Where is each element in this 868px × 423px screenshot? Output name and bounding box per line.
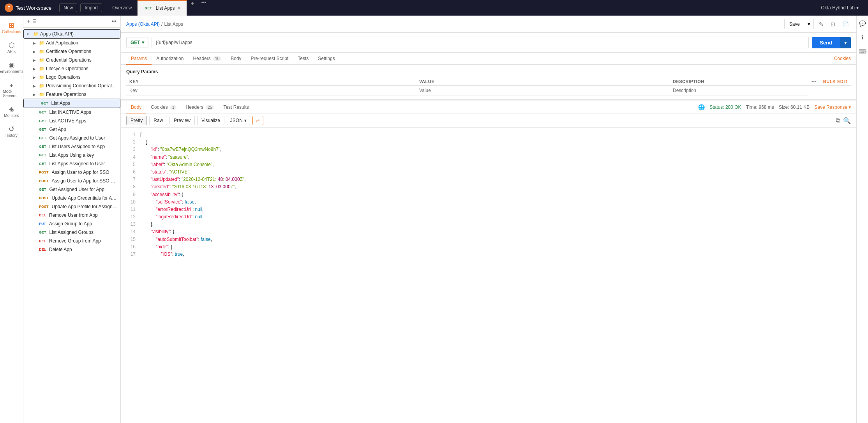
copy-icon[interactable]: ⧉ [836, 117, 840, 124]
desc-input[interactable] [673, 88, 805, 93]
resp-tab-headers[interactable]: Headers 25 [181, 101, 219, 114]
sidebar-item-list-active[interactable]: GET List ACTIVE Apps [23, 117, 120, 125]
resp-tab-body[interactable]: Body [126, 101, 146, 114]
view-raw-button[interactable]: Raw [149, 116, 167, 125]
sidebar-item-assign-user-sso-p[interactable]: POST Assign User to App for SSO & P... [23, 177, 120, 185]
sidebar-item-delete-app[interactable]: DEL Delete App [23, 245, 120, 254]
sidebar-item-get-assigned-user[interactable]: GET Get Assigned User for App [23, 185, 120, 194]
sidebar-item-list-inactive[interactable]: GET List INACTIVE Apps [23, 108, 120, 117]
bulk-edit-button[interactable]: Bulk Edit [823, 79, 848, 84]
badge-get-apps-user: GET [37, 136, 48, 140]
list-apps-tab[interactable]: GET List Apps ✕ [138, 0, 187, 16]
more-tabs-button[interactable]: ••• [198, 0, 210, 16]
method-select[interactable]: GET ▾ [126, 37, 148, 48]
more-icon[interactable]: ••• [111, 19, 116, 24]
line-number: 9 [126, 191, 136, 198]
add-icon[interactable]: + [27, 19, 30, 24]
comment-icon[interactable]: 💬 [857, 19, 867, 28]
label-remove-group: Remove Group from App [49, 238, 117, 244]
sidebar-item-remove-user[interactable]: DEL Remove User from App [23, 211, 120, 219]
nav-icons: ⊞ Collections ⬡ APIs ◉ Environments ⬧ Mo… [0, 16, 23, 423]
nav-apis[interactable]: ⬡ APIs [2, 39, 22, 57]
sidebar-item-assign-user-sso[interactable]: POST Assign User to App for SSO [23, 168, 120, 177]
key-input[interactable] [129, 88, 413, 93]
tab-pre-request[interactable]: Pre-request Script [246, 53, 293, 65]
sidebar-item-assign-group[interactable]: PUT Assign Group to App [23, 219, 120, 228]
tab-settings[interactable]: Settings [313, 53, 339, 65]
badge-get-assigned-user: GET [37, 187, 48, 192]
sidebar-item-get-apps-user[interactable]: GET Get Apps Assigned to User [23, 134, 120, 142]
breadcrumb-separator: / [161, 21, 162, 27]
nav-environments[interactable]: ◉ Environments [2, 58, 22, 77]
line-content: "selfService": false, [140, 198, 851, 206]
code-line: 3 "id": "0oa7wE7ejnQQ3mwNo8h7", [126, 146, 851, 153]
overview-tab[interactable]: Overview [107, 0, 138, 16]
app-title: Test Workspace [16, 5, 51, 11]
layout-icon-button[interactable]: ⊡ [829, 19, 837, 29]
format-select[interactable]: JSON ▾ [227, 116, 250, 125]
tab-body[interactable]: Body [226, 53, 246, 65]
add-tab-button[interactable]: + [187, 0, 198, 16]
nav-mock-servers[interactable]: ⬧ Mock Servers [2, 78, 22, 101]
sidebar-item-update-profile[interactable]: POST Update App Profile for Assigne... [23, 202, 120, 211]
file-icon-button[interactable]: 📄 [840, 19, 851, 29]
label-assign-user-sso: Assign User to App for SSO [52, 170, 117, 175]
save-button[interactable]: Save [785, 19, 804, 29]
sidebar-item-list-groups[interactable]: GET List Assigned Groups [23, 228, 120, 237]
edit-icon-button[interactable]: ✎ [817, 19, 826, 29]
send-button[interactable]: Send [812, 37, 840, 48]
sidebar-item-credential[interactable]: ▶ 📁 Credential Operations [23, 56, 120, 64]
tab-headers[interactable]: Headers 10 [188, 53, 226, 65]
badge-get-app: GET [37, 127, 48, 132]
nav-collections[interactable]: ⊞ Collections [2, 19, 22, 37]
nav-history[interactable]: ↺ History [2, 122, 22, 141]
line-number: 5 [126, 161, 136, 168]
search-icon[interactable]: 🔍 [843, 117, 851, 124]
import-button[interactable]: Import [80, 4, 102, 12]
list-icon[interactable]: ☰ [32, 19, 37, 24]
sidebar-item-certificate[interactable]: ▶ 📁 Certificate Operations [23, 47, 120, 56]
breadcrumb-collection[interactable]: Apps (Okta API) [126, 21, 160, 27]
sidebar-item-provisioning[interactable]: ▶ 📁 Provisioning Connection Operat... [23, 81, 120, 90]
resp-tab-tests[interactable]: Test Results [219, 101, 253, 114]
code-line: 12 "loginRedirectUrl": null [126, 213, 851, 221]
new-button[interactable]: New [59, 4, 77, 12]
save-dropdown-button[interactable]: ▾ [804, 19, 813, 29]
view-visualize-button[interactable]: Visualize [197, 116, 224, 125]
view-preview-button[interactable]: Preview [169, 116, 195, 125]
sidebar-item-remove-group[interactable]: DEL Remove Group from App [23, 237, 120, 245]
nav-monitors[interactable]: ◈ Monitors [2, 103, 22, 121]
close-tab-icon[interactable]: ✕ [177, 5, 181, 11]
sidebar-item-list-apps[interactable]: GET List Apps [23, 99, 120, 108]
cookies-link[interactable]: Cookies [834, 56, 851, 61]
badge-list-active: GET [37, 119, 48, 123]
sidebar-item-add-application[interactable]: ▶ 📁 Add Application [23, 39, 120, 47]
sidebar-item-list-users-app[interactable]: GET List Users Assigned to App [23, 142, 120, 151]
info-icon[interactable]: ℹ [860, 33, 865, 42]
sidebar-item-get-app[interactable]: GET Get App [23, 125, 120, 134]
sidebar-item-list-apps-key[interactable]: GET List Apps Using a key [23, 151, 120, 159]
resp-tab-cookies[interactable]: Cookies 1 [146, 101, 181, 114]
url-input[interactable] [152, 37, 809, 48]
sidebar-item-feature[interactable]: ▶ 📁 Feature Operations [23, 90, 120, 99]
resp-headers-badge: 25 [206, 105, 214, 110]
keyboard-icon[interactable]: ⌨ [857, 47, 868, 56]
tab-params[interactable]: Params [126, 53, 152, 65]
line-content: "iOS": true, [140, 251, 851, 258]
sidebar-item-logo[interactable]: ▶ 📁 Logo Operations [23, 73, 120, 81]
wrap-button[interactable]: ⇌ [252, 116, 263, 125]
save-response-button[interactable]: Save Response ▾ [814, 104, 851, 110]
sidebar-item-lifecycle[interactable]: ▶ 📁 Lifecycle Operations [23, 64, 120, 73]
sidebar-item-list-apps-user[interactable]: GET List Apps Assigned to User [23, 159, 120, 168]
tab-authorization[interactable]: Authorization [152, 53, 188, 65]
send-dropdown-button[interactable]: ▾ [840, 37, 851, 48]
value-input[interactable] [419, 88, 667, 93]
view-pretty-button[interactable]: Pretty [126, 116, 147, 125]
line-number: 10 [126, 198, 136, 206]
workspace-selector[interactable]: Okta Hybrid Lab ▾ [816, 5, 863, 11]
arrow-lifecycle: ▶ [33, 67, 37, 71]
sidebar-item-update-cred[interactable]: POST Update App Credentials for Ass... [23, 194, 120, 202]
collection-root[interactable]: ▾ 📁 Apps (Okta API) [23, 29, 120, 39]
tab-tests[interactable]: Tests [293, 53, 313, 65]
request-tabs-bar: Params Authorization Headers 10 Body Pre… [121, 53, 856, 65]
